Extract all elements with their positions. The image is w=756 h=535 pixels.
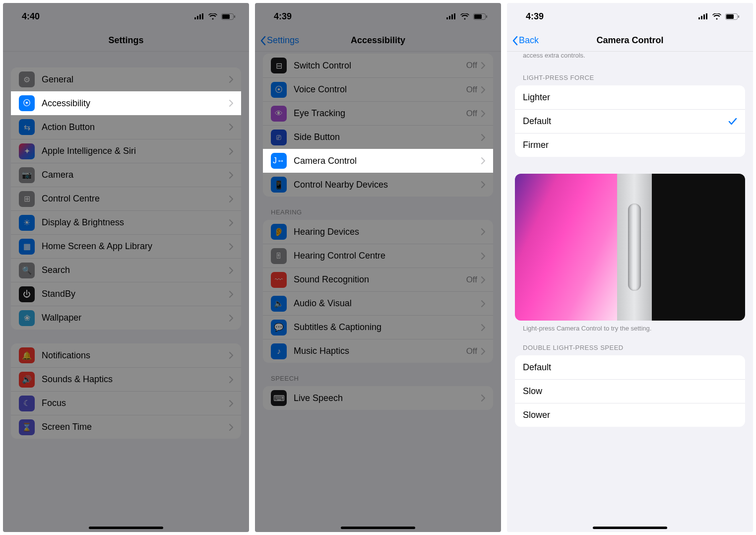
list-row[interactable]: 📱Control Nearby Devices <box>263 173 493 197</box>
row-value: Off <box>466 85 477 95</box>
home-screen-icon: ▦ <box>19 239 35 255</box>
row-label: Sound Recognition <box>294 274 466 285</box>
control-centre-icon: ⊞ <box>19 191 35 207</box>
row-label: Live Speech <box>294 393 481 403</box>
screen-time-icon: ⌛ <box>19 419 35 435</box>
nav-bar: Settings Accessibility <box>255 30 501 52</box>
wifi-icon <box>208 13 217 20</box>
row-value: Off <box>466 346 477 356</box>
nav-bar: Back Camera Control <box>507 30 753 52</box>
svg-rect-2 <box>199 14 201 19</box>
list-row[interactable]: 📷Camera <box>11 163 241 187</box>
top-footer: access extra controls. <box>515 52 745 62</box>
row-label: General <box>42 74 229 85</box>
list-row[interactable]: 🔈Audio & Visual <box>263 291 493 315</box>
row-label: Sounds & Haptics <box>42 374 229 385</box>
home-indicator[interactable] <box>341 527 415 529</box>
list-row[interactable]: ⎚Side Button <box>263 125 493 149</box>
list-row[interactable]: ⌨Live Speech <box>263 386 493 410</box>
back-button[interactable]: Settings <box>260 35 299 46</box>
accessibility-list[interactable]: ⊟Switch ControlOff⦿Voice ControlOff👁Eye … <box>255 52 501 532</box>
nav-title: Accessibility <box>351 35 405 46</box>
list-row[interactable]: 💬Subtitles & Captioning <box>263 315 493 339</box>
svg-rect-1 <box>197 16 198 19</box>
list-row[interactable]: 👁Eye TrackingOff <box>263 101 493 125</box>
status-time: 4:39 <box>526 11 544 22</box>
svg-rect-16 <box>703 14 705 19</box>
list-row[interactable]: ☀Display & Brightness <box>11 210 241 234</box>
home-indicator[interactable] <box>89 527 163 529</box>
svg-rect-12 <box>474 14 482 19</box>
list-row[interactable]: ⦿Accessibility <box>11 91 241 115</box>
list-row[interactable]: ✦Apple Intelligence & Siri <box>11 139 241 163</box>
list-row[interactable]: ⊞Control Centre <box>11 187 241 210</box>
row-label: Display & Brightness <box>42 217 229 228</box>
option-row[interactable]: Default <box>515 355 745 379</box>
list-row[interactable]: 🔔Notifications <box>11 343 241 367</box>
back-button[interactable]: Back <box>512 35 539 46</box>
battery-icon <box>221 13 235 20</box>
eye-tracking-icon: 👁 <box>271 106 287 122</box>
svg-rect-3 <box>202 13 203 19</box>
row-label: Voice Control <box>294 84 466 95</box>
option-row[interactable]: Slower <box>515 403 745 427</box>
list-row[interactable]: J↔Camera Control <box>263 149 493 173</box>
svg-rect-9 <box>451 14 453 19</box>
hearing-header: HEARING <box>263 197 493 220</box>
row-label: Search <box>42 265 229 275</box>
music-haptics-icon: ♪ <box>271 343 287 359</box>
row-label: Wallpaper <box>42 313 229 323</box>
svg-rect-14 <box>698 17 700 19</box>
row-label: Eye Tracking <box>294 108 466 119</box>
row-label: Notifications <box>42 350 229 361</box>
list-row[interactable]: 〰Sound RecognitionOff <box>263 268 493 291</box>
row-value: Off <box>466 109 477 119</box>
accessibility-icon: ⦿ <box>19 95 35 111</box>
option-row[interactable]: Default <box>515 109 745 133</box>
list-row[interactable]: 🔊Sounds & Haptics <box>11 367 241 391</box>
settings-list[interactable]: ⚙General⦿Accessibility⇆Action Button✦App… <box>3 52 249 532</box>
option-row[interactable]: Lighter <box>515 85 745 109</box>
list-row[interactable]: ▦Home Screen & App Library <box>11 234 241 258</box>
list-row[interactable]: 🔍Search <box>11 258 241 282</box>
wallpaper-icon: ❀ <box>19 310 35 326</box>
row-label: Hearing Control Centre <box>294 251 481 261</box>
row-label: Control Centre <box>42 194 229 204</box>
list-row[interactable]: 👂Hearing Devices <box>263 220 493 244</box>
status-bar: 4:39 <box>507 3 753 30</box>
option-label: Lighter <box>523 92 737 103</box>
wifi-icon <box>712 13 721 20</box>
camera-control-list[interactable]: access extra controls. LIGHT-PRESS FORCE… <box>507 52 753 532</box>
list-row[interactable]: ☾Focus <box>11 391 241 415</box>
nav-bar: Settings <box>3 30 249 52</box>
list-row[interactable]: ⌛Screen Time <box>11 415 241 439</box>
back-label: Settings <box>267 35 299 46</box>
list-row[interactable]: ⊟Switch ControlOff <box>263 54 493 77</box>
settings-screen: 4:40 Settings ⚙General⦿Accessibility⇆Act… <box>3 3 249 532</box>
list-row[interactable]: ❀Wallpaper <box>11 306 241 330</box>
list-row[interactable]: ⇆Action Button <box>11 115 241 139</box>
gear-icon: ⚙ <box>19 71 35 87</box>
status-time: 4:40 <box>22 11 40 22</box>
list-row[interactable]: ⏻StandBy <box>11 282 241 306</box>
list-row[interactable]: ⦿Voice ControlOff <box>263 77 493 101</box>
option-label: Default <box>523 116 728 127</box>
svg-rect-19 <box>726 14 734 19</box>
home-indicator[interactable] <box>593 527 667 529</box>
speed-header: DOUBLE LIGHT-PRESS SPEED <box>515 332 745 355</box>
svg-rect-15 <box>701 16 702 19</box>
row-label: Apple Intelligence & Siri <box>42 146 229 156</box>
option-label: Slower <box>523 410 737 420</box>
list-row[interactable]: ⚙General <box>11 67 241 91</box>
switch-control-icon: ⊟ <box>271 58 287 73</box>
search-icon: 🔍 <box>19 263 35 278</box>
preview-footer: Light-press Camera Control to try the se… <box>515 321 745 332</box>
list-row[interactable]: 🎚Hearing Control Centre <box>263 244 493 268</box>
list-row[interactable]: ♪Music HapticsOff <box>263 339 493 363</box>
option-row[interactable]: Firmer <box>515 133 745 157</box>
option-row[interactable]: Slow <box>515 379 745 403</box>
svg-rect-10 <box>454 13 455 19</box>
row-label: Switch Control <box>294 61 466 71</box>
speech-header: SPEECH <box>263 363 493 386</box>
notifications-icon: 🔔 <box>19 347 35 363</box>
